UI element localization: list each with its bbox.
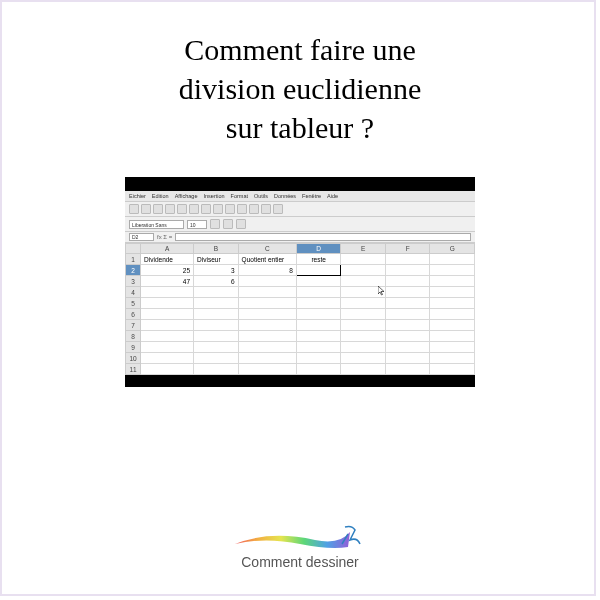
cell-C3[interactable]: [238, 276, 296, 287]
table-row: 10: [126, 353, 475, 364]
cell-E3[interactable]: [341, 276, 386, 287]
col-C[interactable]: C: [238, 244, 296, 254]
table-row: 1 Dividende Diviseur Quotient entier res…: [126, 254, 475, 265]
bold-icon[interactable]: [210, 219, 220, 229]
menu-insert[interactable]: Insertion: [203, 193, 224, 199]
video-thumbnail[interactable]: Eichier Edition Affichage Insertion Form…: [125, 177, 475, 387]
cell-C2[interactable]: 8: [238, 265, 296, 276]
cell-F3[interactable]: [385, 276, 430, 287]
cell-A1[interactable]: Dividende: [141, 254, 194, 265]
table-row: 7: [126, 320, 475, 331]
cell-D2-selected[interactable]: [296, 265, 341, 276]
table-row: 4: [126, 287, 475, 298]
col-B[interactable]: B: [194, 244, 239, 254]
cell-D1[interactable]: reste: [296, 254, 341, 265]
sum-icon[interactable]: [273, 204, 283, 214]
col-F[interactable]: F: [385, 244, 430, 254]
table-row: 3 47 6: [126, 276, 475, 287]
main-toolbar: [125, 202, 475, 217]
cell-B1[interactable]: Diviseur: [194, 254, 239, 265]
save-icon[interactable]: [153, 204, 163, 214]
title-line-1: Comment faire une: [184, 33, 416, 66]
chart-icon[interactable]: [249, 204, 259, 214]
cell-B2[interactable]: 3: [194, 265, 239, 276]
col-E[interactable]: E: [341, 244, 386, 254]
format-toolbar: Liberation Sans 10: [125, 217, 475, 232]
cell-A2[interactable]: 25: [141, 265, 194, 276]
cell-G3[interactable]: [430, 276, 475, 287]
col-G[interactable]: G: [430, 244, 475, 254]
formula-bar: D2 fx Σ =: [125, 232, 475, 243]
mouse-cursor-icon: [378, 286, 385, 296]
table-row: 11: [126, 364, 475, 375]
cell-F2[interactable]: [385, 265, 430, 276]
menu-tools[interactable]: Outils: [254, 193, 268, 199]
font-name-select[interactable]: Liberation Sans: [129, 220, 184, 229]
cell-E2[interactable]: [341, 265, 386, 276]
font-size-select[interactable]: 10: [187, 220, 207, 229]
cell-reference[interactable]: D2: [129, 233, 154, 241]
table-row: 8: [126, 331, 475, 342]
menu-format[interactable]: Format: [231, 193, 248, 199]
cell-D3[interactable]: [296, 276, 341, 287]
row-1-head[interactable]: 1: [126, 254, 141, 265]
print-icon[interactable]: [165, 204, 175, 214]
spreadsheet-grid[interactable]: A B C D E F G 1 Dividende Diviseur Quoti…: [125, 243, 475, 375]
menu-data[interactable]: Données: [274, 193, 296, 199]
menu-edit[interactable]: Edition: [152, 193, 169, 199]
row-3-head[interactable]: 3: [126, 276, 141, 287]
cell-B3[interactable]: 6: [194, 276, 239, 287]
cell-A3[interactable]: 47: [141, 276, 194, 287]
corner-cell[interactable]: [126, 244, 141, 254]
cell-G2[interactable]: [430, 265, 475, 276]
menu-file[interactable]: Eichier: [129, 193, 146, 199]
title-line-2: division euclidienne: [179, 72, 421, 105]
sort-icon[interactable]: [237, 204, 247, 214]
table-row: 9: [126, 342, 475, 353]
redo-icon[interactable]: [225, 204, 235, 214]
cell-C1[interactable]: Quotient entier: [238, 254, 296, 265]
menu-help[interactable]: Aide: [327, 193, 338, 199]
menu-window[interactable]: Fenêtre: [302, 193, 321, 199]
filter-icon[interactable]: [261, 204, 271, 214]
title-line-3: sur tableur ?: [226, 111, 374, 144]
cell-E1[interactable]: [341, 254, 386, 265]
col-D[interactable]: D: [296, 244, 341, 254]
paste-icon[interactable]: [201, 204, 211, 214]
fx-icon[interactable]: fx Σ =: [157, 234, 172, 240]
formula-input[interactable]: [175, 233, 471, 241]
table-row: 2 25 3 8: [126, 265, 475, 276]
open-icon[interactable]: [141, 204, 151, 214]
col-A[interactable]: A: [141, 244, 194, 254]
undo-icon[interactable]: [213, 204, 223, 214]
cut-icon[interactable]: [177, 204, 187, 214]
logo-text: Comment dessiner: [0, 554, 600, 570]
logo-swoosh-icon: [230, 522, 370, 552]
spreadsheet-app: Eichier Edition Affichage Insertion Form…: [125, 191, 475, 373]
column-headers: A B C D E F G: [126, 244, 475, 254]
cell-F1[interactable]: [385, 254, 430, 265]
page-title: Comment faire une division euclidienne s…: [0, 0, 600, 167]
copy-icon[interactable]: [189, 204, 199, 214]
cell-G1[interactable]: [430, 254, 475, 265]
table-row: 6: [126, 309, 475, 320]
table-row: 5: [126, 298, 475, 309]
site-logo: Comment dessiner: [0, 522, 600, 570]
italic-icon[interactable]: [223, 219, 233, 229]
new-icon[interactable]: [129, 204, 139, 214]
menu-view[interactable]: Affichage: [175, 193, 198, 199]
row-2-head[interactable]: 2: [126, 265, 141, 276]
underline-icon[interactable]: [236, 219, 246, 229]
menu-bar[interactable]: Eichier Edition Affichage Insertion Form…: [125, 191, 475, 202]
